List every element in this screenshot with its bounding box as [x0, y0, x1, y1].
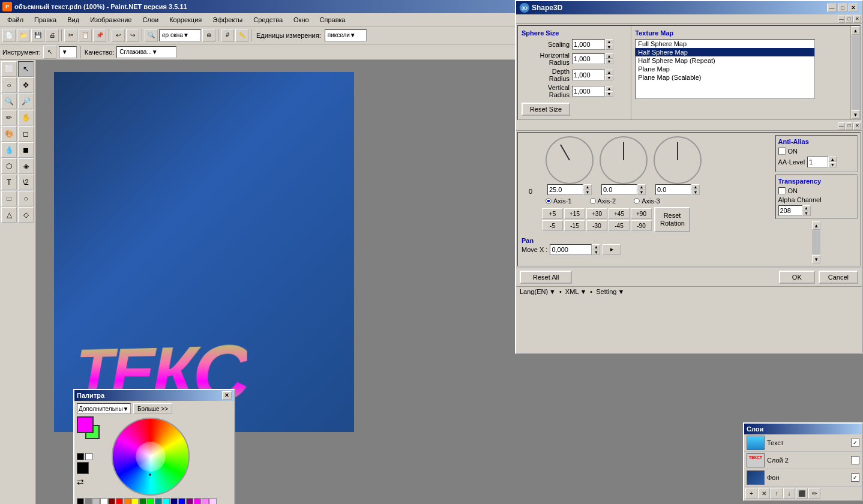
- step-minus45[interactable]: -45: [609, 220, 630, 231]
- paste-btn[interactable]: 📌: [93, 29, 106, 42]
- reset-rotation-btn[interactable]: Reset Rotation: [654, 207, 690, 232]
- color-cell[interactable]: [163, 498, 170, 504]
- dial1-up[interactable]: ▲: [583, 184, 592, 190]
- tool-shape-circle[interactable]: ○: [18, 191, 34, 206]
- reset-all-btn[interactable]: Reset All: [520, 271, 572, 284]
- ok-btn[interactable]: OK: [779, 271, 815, 284]
- step-minus15[interactable]: -15: [564, 220, 585, 231]
- step-minus90[interactable]: -90: [631, 220, 652, 231]
- depth-input[interactable]: 1,000: [572, 70, 605, 80]
- menu-image[interactable]: Изображение: [85, 15, 136, 25]
- active-tool-btn[interactable]: ↖: [43, 46, 56, 59]
- axis1-radio-btn[interactable]: [546, 198, 552, 204]
- layer-delete-btn[interactable]: ✕: [758, 488, 770, 499]
- color-cell[interactable]: [178, 498, 185, 504]
- menu-effects[interactable]: Эффекты: [208, 15, 247, 25]
- step-plus30[interactable]: +30: [586, 208, 607, 219]
- move-x-down[interactable]: ▼: [592, 250, 600, 255]
- step-plus15[interactable]: +15: [564, 208, 585, 219]
- dial1-value[interactable]: 25.0: [547, 184, 583, 195]
- menu-corrections[interactable]: Коррекция: [164, 15, 206, 25]
- save-btn[interactable]: 💾: [31, 29, 44, 42]
- tool-eraser[interactable]: ◻: [18, 126, 34, 142]
- zoom-combo[interactable]: ер окна ▼: [159, 29, 201, 41]
- undo-btn[interactable]: ↩: [112, 29, 125, 42]
- cancel-btn[interactable]: Cancel: [819, 271, 858, 284]
- zoom-actual-btn[interactable]: ⊕: [202, 29, 215, 42]
- texture-item-plane[interactable]: Plane Map: [636, 65, 814, 73]
- tool-shape-free[interactable]: ◇: [18, 207, 34, 223]
- dial3-value[interactable]: 0.0: [655, 184, 691, 195]
- aa-level-up[interactable]: ▲: [828, 157, 837, 162]
- tool-dropdown[interactable]: ▼: [59, 46, 77, 58]
- tool-shape-triangle[interactable]: △: [1, 207, 17, 223]
- color-cell[interactable]: [116, 498, 123, 504]
- color-cell[interactable]: [209, 498, 217, 504]
- menu-window[interactable]: Окно: [289, 15, 314, 25]
- axis3-radio-btn[interactable]: [634, 198, 640, 204]
- inner-maximize[interactable]: □: [846, 16, 853, 23]
- color-cell[interactable]: [77, 498, 84, 504]
- texture-item-half-repeat[interactable]: Half Sphere Map (Repeat): [636, 56, 814, 65]
- ruler-btn[interactable]: 📏: [235, 29, 248, 42]
- color-cell[interactable]: [147, 498, 154, 504]
- menu-tools[interactable]: Средства: [248, 15, 287, 25]
- reset-size-btn[interactable]: Reset Size: [522, 103, 570, 116]
- shape3d-maximize[interactable]: □: [838, 4, 847, 12]
- tool-zoom-in[interactable]: 🔍: [1, 94, 17, 109]
- color-cell[interactable]: [85, 498, 92, 504]
- alpha-down[interactable]: ▼: [802, 211, 811, 216]
- new-btn[interactable]: 📄: [2, 29, 16, 42]
- layer-2-check[interactable]: [851, 456, 859, 464]
- more-colors-btn[interactable]: Больше >>: [133, 403, 172, 414]
- redo-btn[interactable]: ↪: [126, 29, 139, 42]
- dial2-down[interactable]: ▼: [637, 190, 646, 195]
- scaling-input[interactable]: 1,000: [572, 39, 605, 50]
- vert-up[interactable]: ▲: [605, 86, 613, 91]
- menu-file[interactable]: Файл: [2, 15, 28, 25]
- color-cell[interactable]: [100, 498, 107, 504]
- cut-btn[interactable]: ✂: [64, 29, 77, 42]
- axis3-radio[interactable]: Axis-3: [634, 197, 660, 205]
- dial3[interactable]: [654, 136, 702, 184]
- horiz-down[interactable]: ▼: [605, 59, 613, 64]
- dial1-down[interactable]: ▼: [583, 190, 592, 195]
- texture-map-list[interactable]: Full Sphere Map Half Sphere Map Half Sph…: [635, 39, 815, 99]
- dial1[interactable]: [546, 136, 594, 184]
- copy-btn[interactable]: 📋: [79, 29, 92, 42]
- vert-input[interactable]: 1,000: [572, 86, 605, 97]
- zoom-btn[interactable]: 🔍: [145, 29, 158, 42]
- dial2-value[interactable]: 0.0: [601, 184, 637, 195]
- primary-color-swatch[interactable]: [77, 416, 94, 433]
- scaling-down[interactable]: ▼: [605, 44, 613, 50]
- depth-up[interactable]: ▲: [605, 70, 613, 75]
- units-combo[interactable]: пиксели ▼: [325, 29, 367, 41]
- dial2-up[interactable]: ▲: [637, 184, 646, 190]
- antialias-checkbox[interactable]: [778, 148, 786, 155]
- bottom-maximize[interactable]: □: [846, 122, 853, 130]
- step-plus45[interactable]: +45: [609, 208, 630, 219]
- layer-text-check[interactable]: ✓: [851, 439, 859, 447]
- color-cell[interactable]: [194, 498, 201, 504]
- horiz-input[interactable]: 1,000: [572, 53, 605, 64]
- color-cell[interactable]: [139, 498, 146, 504]
- axis2-radio[interactable]: Axis-2: [590, 197, 616, 205]
- axis1-radio[interactable]: Axis-1: [546, 197, 572, 205]
- bottom-minimize[interactable]: —: [838, 122, 845, 130]
- tool-select-rect[interactable]: ⬜: [1, 61, 17, 77]
- tool-paint[interactable]: 🎨: [1, 126, 17, 142]
- scaling-up[interactable]: ▲: [605, 39, 613, 44]
- move-x-input[interactable]: 0,000: [550, 244, 592, 255]
- color-cell[interactable]: [92, 498, 100, 504]
- move-x-up[interactable]: ▲: [592, 244, 600, 250]
- dial3-down[interactable]: ▼: [691, 190, 700, 195]
- white-swatch[interactable]: [85, 453, 92, 460]
- texture-item-full[interactable]: Full Sphere Map: [636, 40, 814, 48]
- axis2-radio-btn[interactable]: [590, 198, 596, 204]
- palette-title-bar[interactable]: Палитра ✕: [74, 390, 234, 401]
- extra-swatch1[interactable]: [77, 462, 89, 474]
- depth-down[interactable]: ▼: [605, 75, 613, 80]
- transparency-checkbox[interactable]: [778, 187, 786, 194]
- color-wheel[interactable]: [112, 418, 190, 496]
- layer-up-btn[interactable]: ↑: [771, 488, 783, 499]
